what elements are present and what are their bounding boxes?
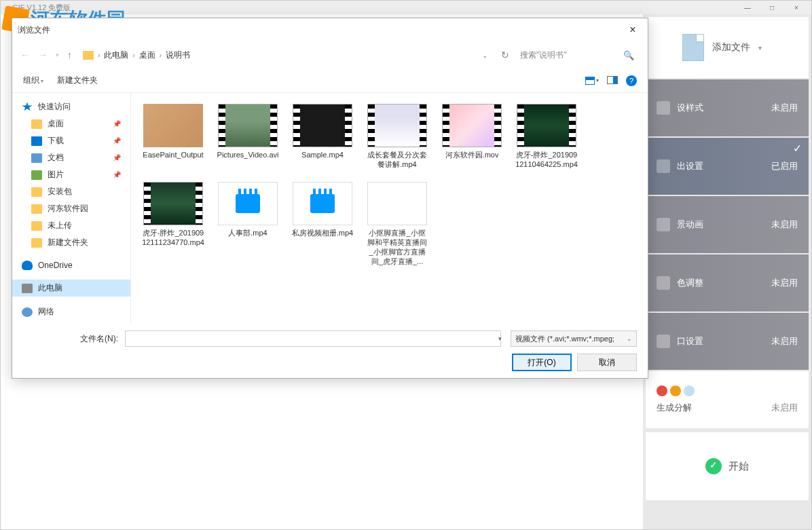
nav-up-button[interactable]: ↑ (67, 50, 72, 60)
breadcrumb-dropdown-icon[interactable]: ⌄ (482, 52, 487, 59)
sidebar-folder[interactable]: 未上传 (12, 217, 130, 234)
breadcrumb-item[interactable]: 说明书 (166, 50, 190, 61)
file-item-video[interactable]: 成长套餐及分次套餐讲解.mp4 (363, 101, 431, 172)
item-status: 未启用 (771, 219, 798, 231)
add-file-button[interactable]: 添加文件 ▾ (646, 17, 809, 78)
sidebar-label: 下载 (48, 135, 64, 147)
file-item-video[interactable]: 人事部.mp4 (214, 179, 282, 269)
item-label: 色调整 (677, 277, 703, 289)
folder-icon (31, 119, 42, 129)
sidebar-item-decompose[interactable]: 生成分解 未启用 (646, 371, 809, 428)
nav-history-dropdown[interactable]: ▾ (56, 52, 59, 58)
filename-input[interactable] (125, 330, 501, 347)
sidebar-folder[interactable]: 新建文件夹 (12, 234, 130, 251)
sidebar-folder[interactable]: 安装包 (12, 183, 130, 200)
dialog-content: 快速访问 桌面📌 下载📌 文档📌 图片📌 安装包 河东软件园 未上传 新建文件夹… (12, 93, 648, 324)
sidebar-label: 图片 (48, 169, 64, 181)
folder-icon (31, 187, 42, 197)
dialog-header: 浏览文件 × (12, 18, 648, 41)
sidebar-documents[interactable]: 文档📌 (12, 149, 130, 166)
video-thumbnail (367, 104, 427, 147)
file-item-video[interactable]: Pictures_Video.avi (214, 101, 282, 172)
sidebar-item-style[interactable]: 设样式 未启用 (646, 79, 809, 136)
sidebar-item-color[interactable]: 色调整 未启用 (646, 254, 809, 311)
dropdown-arrow-icon: ⌄ (627, 335, 632, 342)
file-name: EasePaint_Output (143, 150, 203, 159)
file-item-doc[interactable]: 小抠脚直播_小抠脚和平精英直播间_小抠脚官方直播间_虎牙直播_... (363, 179, 431, 269)
preview-pane-toggle[interactable] (607, 75, 618, 87)
pin-icon: 📌 (113, 171, 121, 178)
dialog-footer: 文件名(N): ▾ 视频文件 (*.avi;*.wmv;*.mpeg; ⌄ 打开… (12, 324, 648, 378)
document-icon (31, 153, 42, 163)
item-label: 口设置 (677, 335, 703, 347)
start-check-icon (705, 458, 722, 474)
file-item-video[interactable]: 虎牙-胖炸_20190912111234770.mp4 (139, 179, 207, 269)
sidebar-folder[interactable]: 河东软件园 (12, 200, 130, 217)
pin-icon: 📌 (113, 137, 121, 145)
item-status: 未启用 (771, 402, 798, 414)
file-item-video[interactable]: 虎牙-胖炸_20190912110464225.mp4 (513, 101, 580, 172)
file-name: 虎牙-胖炸_20190912110464225.mp4 (515, 150, 578, 170)
search-input[interactable]: 搜索"说明书" 🔍 (515, 46, 640, 64)
filename-dropdown-icon[interactable]: ▾ (496, 335, 504, 342)
video-thumbnail (218, 104, 278, 147)
sidebar-label: OneDrive (38, 261, 73, 270)
new-folder-button[interactable]: 新建文件夹 (57, 75, 98, 86)
item-status: 未启用 (771, 277, 798, 289)
organize-menu[interactable]: 组织▾ (23, 75, 43, 86)
sidebar-item-crop[interactable]: 口设置 未启用 (646, 313, 809, 370)
view-mode-button[interactable]: ▾ (585, 77, 599, 85)
item-status: 已启用 (771, 160, 798, 172)
open-button[interactable]: 打开(O) (512, 354, 572, 371)
search-placeholder: 搜索"说明书" (520, 50, 567, 61)
color-dots-icon (657, 385, 695, 396)
refresh-button[interactable]: ↻ (501, 50, 509, 60)
cancel-button[interactable]: 取消 (577, 354, 637, 371)
start-button[interactable]: 开始 (646, 432, 809, 500)
dialog-toolbar: 组织▾ 新建文件夹 ▾ ? (12, 69, 648, 93)
chevron-right-icon: › (98, 52, 100, 59)
file-name: Pictures_Video.avi (217, 150, 279, 159)
video-thumbnail (293, 182, 352, 225)
network-icon (22, 307, 33, 317)
file-item-video[interactable]: 河东软件园.mov (438, 101, 506, 172)
folder-icon (83, 51, 94, 60)
file-item-video[interactable]: 私房视频相册.mp4 (289, 179, 356, 269)
file-name: 私房视频相册.mp4 (292, 228, 353, 238)
folder-icon (31, 221, 42, 231)
sidebar-item-export[interactable]: ✓ 出设置 已启用 (646, 138, 809, 195)
help-icon[interactable]: ? (626, 75, 637, 86)
sidebar-item-animation[interactable]: 景动画 未启用 (646, 196, 809, 253)
file-name: 人事部.mp4 (228, 228, 267, 238)
sidebar-network[interactable]: 网络 (12, 303, 130, 320)
sidebar-quick-access[interactable]: 快速访问 (12, 98, 130, 115)
close-button[interactable]: × (787, 3, 806, 12)
check-icon: ✓ (793, 142, 802, 155)
item-label: 景动画 (677, 219, 703, 231)
breadcrumb-item[interactable]: 此电脑 (104, 50, 128, 61)
sidebar-this-pc[interactable]: 此电脑 (12, 280, 130, 297)
breadcrumb[interactable]: › 此电脑 › 桌面 › 说明书 ⌄ (77, 47, 493, 64)
pc-icon (22, 284, 33, 293)
dialog-close-button[interactable]: × (623, 20, 642, 39)
nav-back-button[interactable]: ← (20, 50, 30, 60)
file-name: Sample.mp4 (301, 150, 344, 159)
add-file-label: 添加文件 (712, 41, 750, 54)
video-thumbnail (442, 104, 502, 147)
sidebar-label: 桌面 (48, 118, 64, 130)
minimize-button[interactable]: — (738, 3, 757, 12)
file-item-video[interactable]: Sample.mp4 (289, 101, 356, 172)
breadcrumb-item[interactable]: 桌面 (139, 50, 155, 61)
sidebar-downloads[interactable]: 下载📌 (12, 132, 130, 149)
sidebar-onedrive[interactable]: OneDrive (12, 258, 130, 273)
file-item-folder[interactable]: EasePaint_Output (139, 101, 207, 172)
dialog-sidebar: 快速访问 桌面📌 下载📌 文档📌 图片📌 安装包 河东软件园 未上传 新建文件夹… (12, 93, 131, 324)
maximize-button[interactable]: □ (762, 3, 781, 12)
nav-forward-button[interactable]: → (38, 50, 48, 60)
sidebar-pictures[interactable]: 图片📌 (12, 166, 130, 183)
app-title: ...GIF V1.12 免费版 (6, 3, 71, 13)
sidebar-desktop[interactable]: 桌面📌 (12, 115, 130, 132)
animation-icon (657, 218, 670, 231)
file-type-filter[interactable]: 视频文件 (*.avi;*.wmv;*.mpeg; ⌄ (511, 330, 637, 347)
dropdown-arrow-icon[interactable]: ▾ (758, 44, 772, 52)
